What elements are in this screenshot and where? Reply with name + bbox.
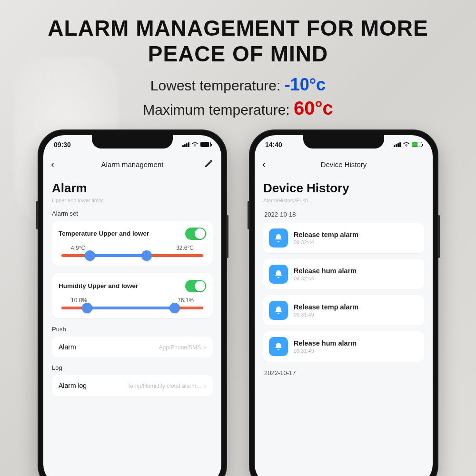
- history-item[interactable]: Release hum alarm 09:31:49: [263, 331, 424, 362]
- navbar: ‹ Device History: [255, 154, 433, 175]
- status-time: 14:40: [265, 141, 282, 149]
- history-time: 09:31:49: [294, 312, 358, 317]
- max-temp-label: Maximum temperature:: [143, 102, 289, 118]
- phone-alarm: 09:30 ‹ Alarm management Alarm Upper and…: [38, 129, 227, 476]
- lowest-temp-value: -10°c: [285, 75, 326, 94]
- max-temp-value: 60°c: [294, 98, 333, 119]
- bell-icon: [269, 337, 288, 356]
- temp-thumb-low[interactable]: [85, 250, 95, 261]
- phone-history: 14:40 ‹ Device History Device History Al…: [249, 129, 438, 476]
- back-icon[interactable]: ‹: [262, 159, 266, 171]
- log-row-title: Alarm log: [59, 382, 87, 389]
- status-time: 09:30: [54, 141, 71, 149]
- history-item[interactable]: Release hum alarm 09:32:44: [263, 259, 424, 289]
- temperature-card: Temperature Upper and lower 4.9°C 32.6°C: [52, 221, 213, 266]
- screen-subtitle: Upper and lower limits: [52, 198, 213, 203]
- history-time: 09:32:44: [294, 276, 357, 281]
- screen-title: Device History: [263, 181, 424, 196]
- history-title: Release temp alarm: [294, 303, 358, 311]
- history-item[interactable]: Release temp alarm 09:31:49: [263, 295, 424, 326]
- log-row-hint: Temp/Humidity cloud alarm...: [128, 383, 201, 389]
- battery-charging-icon: [412, 142, 422, 147]
- screen-subtitle: Alarm/History/Push...: [263, 198, 424, 203]
- hum-card-title: Humidity Upper and lower: [59, 282, 138, 289]
- date-label: 2022-10-18: [264, 211, 423, 218]
- notch: [92, 135, 173, 149]
- page-title: ALARM MANAGEMENT FOR MORE PEACE OF MIND: [0, 0, 476, 72]
- wifi-icon: [403, 142, 410, 147]
- bell-icon: [269, 228, 288, 248]
- history-time: 09:31:49: [294, 348, 357, 354]
- push-alarm-row[interactable]: Alarm App/Phone/SMS›: [52, 337, 213, 357]
- temp-card-title: Temperature Upper and lower: [59, 230, 149, 237]
- temp-thumb-high[interactable]: [141, 250, 152, 261]
- hum-range-slider[interactable]: [61, 307, 203, 309]
- push-row-title: Alarm: [59, 343, 76, 351]
- wifi-icon: [191, 142, 198, 147]
- bell-icon: [269, 265, 288, 284]
- battery-icon: [200, 142, 211, 147]
- alarm-set-label: Alarm set: [52, 210, 213, 217]
- history-title: Release hum alarm: [294, 339, 357, 347]
- temp-low-value: 4.9°C: [71, 245, 85, 251]
- chevron-right-icon: ›: [204, 382, 206, 389]
- signal-icon: [182, 142, 189, 147]
- alarm-log-row[interactable]: Alarm log Temp/Humidity cloud alarm...›: [52, 375, 213, 396]
- hum-thumb-low[interactable]: [82, 303, 92, 313]
- temp-range-slider[interactable]: [61, 254, 203, 257]
- edit-icon[interactable]: [204, 159, 213, 169]
- push-row-hint: App/Phone/SMS: [159, 344, 201, 351]
- history-time: 09:32:44: [294, 239, 358, 245]
- nav-title: Alarm management: [101, 160, 164, 169]
- chevron-right-icon: ›: [204, 343, 206, 351]
- temperature-summary: Lowest temperature: -10°c Maximum temper…: [0, 75, 476, 119]
- signal-icon: [394, 142, 401, 147]
- temp-high-value: 32.6°C: [176, 245, 194, 251]
- humidity-card: Humidity Upper and lower 10.8% 76.1%: [52, 273, 213, 318]
- navbar: ‹ Alarm management: [43, 154, 221, 175]
- hum-high-value: 76.1%: [178, 297, 194, 304]
- log-label: Log: [52, 364, 213, 371]
- hum-toggle[interactable]: [185, 280, 206, 292]
- history-title: Release temp alarm: [294, 231, 358, 238]
- history-title: Release hum alarm: [294, 267, 357, 275]
- temp-toggle[interactable]: [185, 228, 206, 240]
- date-label: 2022-10-17: [264, 369, 423, 377]
- notch: [303, 135, 384, 149]
- history-item[interactable]: Release temp alarm 09:32:44: [263, 223, 424, 253]
- push-label: Push: [52, 326, 213, 333]
- bell-icon: [269, 301, 288, 320]
- back-icon[interactable]: ‹: [51, 159, 54, 171]
- screen-title: Alarm: [52, 181, 213, 196]
- lowest-temp-label: Lowest temperature:: [150, 78, 280, 93]
- hum-thumb-high[interactable]: [169, 303, 180, 313]
- nav-title: Device History: [321, 160, 367, 169]
